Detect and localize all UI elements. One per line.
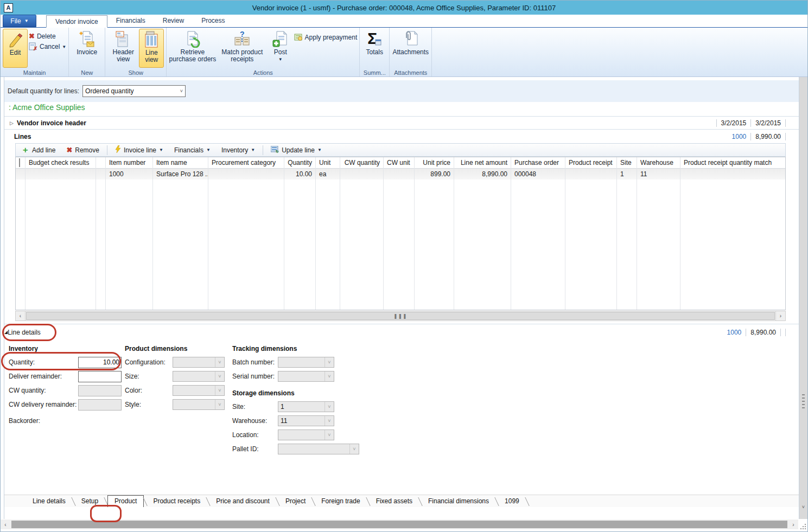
- tab-process[interactable]: Process: [193, 15, 233, 27]
- tab-line-details[interactable]: Line details: [26, 496, 72, 507]
- cell-purchase-order[interactable]: 000048: [511, 169, 565, 180]
- col-product-receipt-quantity-match[interactable]: Product receipt quantity match: [680, 157, 785, 169]
- chevron-down-icon[interactable]: ˅: [325, 416, 334, 426]
- cell-cw-unit[interactable]: [384, 169, 414, 180]
- scroll-right-arrow[interactable]: ›: [788, 520, 798, 529]
- grid-hscroll-thumb[interactable]: ❚❚❚: [26, 312, 775, 320]
- resize-grip[interactable]: [800, 523, 806, 530]
- site-combo[interactable]: 1˅: [278, 401, 334, 412]
- update-line-menu-button[interactable]: ↻ Update line ▼: [265, 144, 327, 156]
- lines-section-header: Lines 1000 8,990.00: [4, 130, 799, 143]
- cell-product-receipt[interactable]: [565, 169, 616, 180]
- cell-product-receipt-quantity-match[interactable]: [680, 169, 785, 180]
- col-line-net-amount[interactable]: Line net amount: [454, 157, 511, 169]
- ribbon-group-actions: Retrieve purchase orders ? Match product…: [167, 28, 360, 76]
- cw-quantity-label: CW quantity:: [9, 387, 78, 394]
- cell-procurement-category[interactable]: [208, 169, 284, 180]
- location-combo[interactable]: ˅: [278, 430, 334, 440]
- cell-item-number[interactable]: 1000: [106, 169, 152, 180]
- col-item-name[interactable]: Item name: [153, 157, 208, 169]
- default-quantity-select[interactable]: Ordered quantity ˅: [82, 85, 186, 97]
- invoice-button[interactable]: Invoice: [71, 29, 103, 68]
- window-horizontal-scrollbar[interactable]: ‹ ›: [1, 520, 798, 529]
- col-warehouse[interactable]: Warehouse: [637, 157, 680, 169]
- add-line-label: Add line: [32, 146, 55, 154]
- cw-delivery-remainder-field: [78, 399, 122, 411]
- col-unit[interactable]: Unit: [316, 157, 340, 169]
- expand-arrow-icon[interactable]: ▷: [10, 120, 14, 126]
- vscroll-grip[interactable]: [802, 394, 805, 408]
- col-unit-price[interactable]: Unit price: [415, 157, 454, 169]
- tab-price-and-discount[interactable]: Price and discount: [209, 496, 276, 507]
- vendor-invoice-header-section[interactable]: ▷ Vendor invoice header 3/2/2015 3/2/201…: [4, 116, 799, 130]
- remove-line-button[interactable]: ✖ Remove: [61, 144, 105, 156]
- line-details-section-header[interactable]: ◢ Line details 1000 8,990.00: [4, 324, 799, 340]
- line-details-summary-number[interactable]: 1000: [727, 329, 742, 336]
- lines-summary-number[interactable]: 1000: [732, 133, 747, 140]
- col-cw-unit[interactable]: CW unit: [384, 157, 414, 169]
- col-procurement-category[interactable]: Procurement category: [208, 157, 284, 169]
- cell-item-name[interactable]: Surface Pro 128 ...: [153, 169, 208, 180]
- cell-budget-check[interactable]: [26, 169, 96, 180]
- retrieve-purchase-orders-button[interactable]: Retrieve purchase orders: [169, 29, 216, 68]
- totals-button[interactable]: Σ Totals: [362, 29, 387, 68]
- col-budget-check-results[interactable]: Budget check results: [26, 157, 96, 169]
- tab-1099[interactable]: 1099: [498, 496, 526, 507]
- scroll-left-arrow[interactable]: ‹: [16, 311, 26, 321]
- tab-foreign-trade[interactable]: Foreign trade: [315, 496, 366, 507]
- attachments-button[interactable]: Attachments: [392, 29, 429, 68]
- col-item-number[interactable]: Item number: [106, 157, 152, 169]
- window-vertical-scrollbar[interactable]: ˅: [799, 77, 807, 519]
- line-details-tab-strip: Line details Setup Product Product recei…: [4, 495, 799, 507]
- col-cw-quantity[interactable]: CW quantity: [340, 157, 383, 169]
- edit-button[interactable]: Edit: [3, 29, 28, 68]
- select-all-checkbox[interactable]: [19, 158, 20, 167]
- scroll-left-arrow[interactable]: ‹: [1, 520, 10, 529]
- delete-label: Delete: [37, 33, 56, 40]
- hscroll-thumb[interactable]: [11, 521, 787, 528]
- cell-quantity[interactable]: 10.00: [284, 169, 315, 180]
- quantity-field[interactable]: [78, 357, 122, 368]
- chevron-down-icon[interactable]: ˅: [325, 430, 334, 440]
- cancel-button[interactable]: ✗ Cancel ▼: [29, 42, 66, 51]
- form-content: Default quantity for lines: Ordered quan…: [4, 77, 799, 519]
- col-product-receipt[interactable]: Product receipt: [565, 157, 616, 169]
- cell-site[interactable]: 1: [617, 169, 637, 180]
- tab-financials[interactable]: Financials: [107, 15, 154, 27]
- cell-unit-price[interactable]: 899.00: [415, 169, 454, 180]
- post-button[interactable]: Post ▼: [268, 29, 293, 68]
- match-product-receipts-button[interactable]: ? Match product receipts: [217, 29, 268, 68]
- delete-button[interactable]: ✖ Delete: [29, 32, 66, 40]
- cell-line-net-amount[interactable]: 8,990.00: [454, 169, 511, 180]
- lines-summary-amount: 8,990.00: [755, 133, 781, 140]
- row-select-cell[interactable]: [16, 169, 25, 180]
- col-site[interactable]: Site: [617, 157, 637, 169]
- tab-project[interactable]: Project: [279, 496, 312, 507]
- deliver-remainder-field[interactable]: [78, 371, 122, 382]
- tab-fixed-assets[interactable]: Fixed assets: [370, 496, 419, 507]
- col-quantity[interactable]: Quantity: [284, 157, 315, 169]
- tab-setup[interactable]: Setup: [75, 496, 105, 507]
- cell-warehouse[interactable]: 11: [637, 169, 680, 180]
- inventory-menu-button[interactable]: Inventory ▼: [216, 144, 260, 156]
- header-view-button[interactable]: Header view: [107, 29, 139, 68]
- apply-prepayment-button[interactable]: Apply prepayment: [294, 33, 358, 42]
- tab-financial-dimensions[interactable]: Financial dimensions: [422, 496, 495, 507]
- cell-unit[interactable]: ea: [316, 169, 340, 180]
- tab-review[interactable]: Review: [154, 15, 193, 27]
- cell-cw-quantity[interactable]: [340, 169, 383, 180]
- financials-menu-button[interactable]: Financials ▼: [169, 144, 216, 156]
- add-line-button[interactable]: ＋ Add line: [16, 144, 61, 156]
- scroll-right-arrow[interactable]: ›: [775, 311, 785, 321]
- tab-vendor-invoice[interactable]: Vendor invoice: [46, 15, 107, 28]
- file-menu-button[interactable]: File ▼: [3, 15, 36, 27]
- tab-product[interactable]: Product: [107, 495, 144, 507]
- grid-horizontal-scrollbar[interactable]: ‹ ❚❚❚ ›: [15, 311, 786, 321]
- line-view-button[interactable]: Line view: [139, 29, 164, 68]
- tab-product-receipts[interactable]: Product receipts: [147, 496, 207, 507]
- chevron-down-icon[interactable]: ˅: [325, 402, 334, 412]
- warehouse-combo[interactable]: 11˅: [278, 415, 334, 426]
- invoice-line-menu-button[interactable]: Invoice line ▼: [110, 144, 169, 156]
- scroll-down-arrow[interactable]: ˅: [799, 503, 807, 511]
- col-purchase-order[interactable]: Purchase order: [511, 157, 565, 169]
